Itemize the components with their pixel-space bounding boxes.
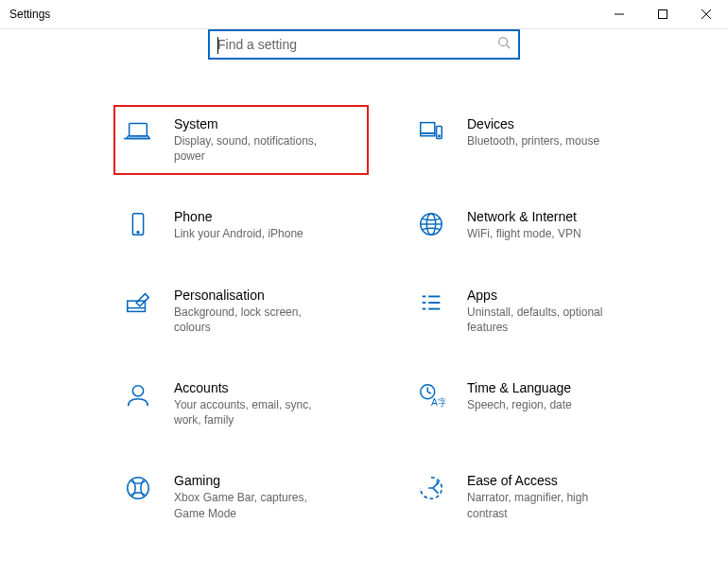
accessibility-icon [416,473,446,503]
tile-title: Phone [174,209,359,224]
tile-desc: Your accounts, email, sync, work, family [174,397,335,428]
window-controls [598,0,728,28]
tile-desc: Background, lock screen, colours [174,305,335,335]
tile-title: Gaming [174,473,359,488]
person-icon [123,380,153,410]
svg-point-11 [439,135,441,137]
tile-desc: Uninstall, defaults, optional features [467,305,628,335]
svg-point-13 [137,232,139,234]
globe-icon [416,209,446,239]
tile-system[interactable]: System Display, sound, notifications, po… [113,105,369,175]
brush-icon [123,288,153,318]
tile-title: Apps [467,288,652,303]
tile-title: Network & Internet [467,209,652,224]
tile-phone[interactable]: Phone Link your Android, iPhone [123,209,359,241]
tile-desc: Xbox Game Bar, captures, Game Mode [174,490,335,520]
search-box[interactable] [208,29,520,60]
tile-desc: Bluetooth, printers, mouse [467,133,628,148]
devices-icon [416,116,446,147]
tile-desc: Link your Android, iPhone [174,226,335,241]
svg-line-5 [507,45,511,49]
maximize-icon [658,9,667,19]
svg-point-4 [499,38,508,46]
xbox-icon [123,473,153,503]
search-input[interactable] [217,31,497,58]
tile-title: Devices [467,116,652,131]
tile-title: Accounts [174,380,359,395]
svg-rect-9 [421,133,435,136]
tile-gaming[interactable]: Gaming Xbox Game Bar, captures, Game Mod… [123,473,359,520]
tile-ease-of-access[interactable]: Ease of Access Narrator, magnifier, high… [416,473,652,520]
tile-time-language[interactable]: A字 Time & Language Speech, region, date [416,380,652,428]
tile-accounts[interactable]: Accounts Your accounts, email, sync, wor… [123,380,359,428]
titlebar: Settings [0,0,728,29]
tile-desc: WiFi, flight mode, VPN [467,226,628,241]
svg-line-28 [427,392,431,393]
tile-desc: Display, sound, notifications, power [174,133,335,164]
svg-rect-8 [421,123,435,133]
minimize-icon [615,9,624,19]
minimize-button[interactable] [598,0,641,28]
tile-network[interactable]: Network & Internet WiFi, flight mode, VP… [416,209,652,241]
tile-title: Ease of Access [467,473,652,488]
tile-title: System [174,116,359,131]
svg-point-25 [132,386,143,396]
svg-text:A字: A字 [431,397,445,408]
tile-apps[interactable]: Apps Uninstall, defaults, optional featu… [416,288,652,335]
settings-grid: System Display, sound, notifications, po… [0,60,728,540]
time-language-icon: A字 [416,380,446,410]
tile-desc: Speech, region, date [467,397,628,412]
search-icon [497,36,511,53]
svg-point-30 [128,478,149,499]
tile-personalisation[interactable]: Personalisation Background, lock screen,… [123,288,359,335]
svg-rect-6 [130,124,147,136]
phone-icon [123,209,153,239]
close-icon [702,9,711,19]
laptop-icon [123,116,153,147]
close-button[interactable] [685,0,728,28]
svg-rect-1 [659,10,667,19]
text-caret [217,37,218,54]
maximize-button[interactable] [641,0,685,28]
content-area: System Display, sound, notifications, po… [0,29,728,540]
tile-devices[interactable]: Devices Bluetooth, printers, mouse [416,116,652,164]
apps-list-icon [416,288,446,318]
tile-title: Time & Language [467,380,652,395]
window-title: Settings [9,8,50,21]
tile-desc: Narrator, magnifier, high contrast [467,490,628,520]
tile-title: Personalisation [174,288,359,303]
